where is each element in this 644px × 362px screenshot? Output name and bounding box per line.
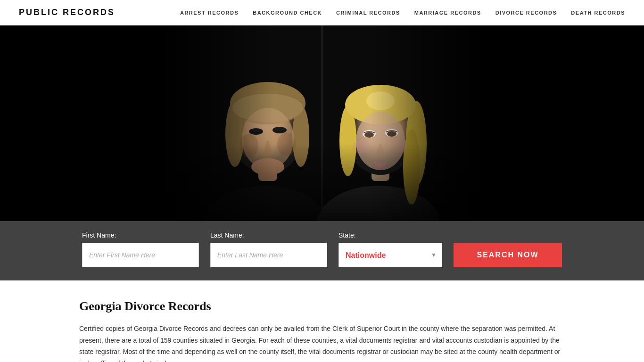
content-body: Certified copies of Georgia Divorce Reco…	[79, 323, 565, 362]
first-name-label: First Name:	[82, 231, 116, 239]
content-title: Georgia Divorce Records	[79, 299, 565, 313]
nav-background[interactable]: BACKGROUND CHECK	[253, 10, 322, 16]
main-nav: ARREST RECORDS BACKGROUND CHECK CRIMINAL…	[180, 10, 625, 16]
nav-criminal[interactable]: CRIMINAL RECORDS	[336, 10, 400, 16]
svg-rect-33	[162, 25, 482, 221]
content-section: Georgia Divorce Records Certified copies…	[51, 280, 593, 362]
nav-death[interactable]: DEATH RECORDS	[571, 10, 625, 16]
search-now-button[interactable]: SEARCH NOW	[454, 243, 562, 267]
last-name-input[interactable]	[210, 243, 327, 267]
first-name-input[interactable]	[82, 243, 199, 267]
nav-arrest[interactable]: ARREST RECORDS	[180, 10, 239, 16]
nav-divorce[interactable]: DIVORCE RECORDS	[495, 10, 557, 16]
state-select-wrapper: Nationwide Alabama Alaska Arizona Arkans…	[339, 243, 442, 267]
hero-section	[0, 25, 644, 221]
last-name-label: Last Name:	[210, 231, 244, 239]
site-logo: PUBLIC RECORDS	[19, 8, 115, 17]
nav-marriage[interactable]: MARRIAGE RECORDS	[414, 10, 481, 16]
state-select[interactable]: Nationwide Alabama Alaska Arizona Arkans…	[339, 243, 442, 267]
hero-image	[162, 25, 482, 221]
hero-overlay-left	[0, 25, 94, 221]
state-label: State:	[339, 231, 356, 239]
last-name-group: Last Name:	[210, 231, 327, 267]
site-header: PUBLIC RECORDS ARREST RECORDS BACKGROUND…	[0, 0, 644, 25]
first-name-group: First Name:	[82, 231, 199, 267]
hero-overlay-right	[550, 25, 644, 221]
search-section: First Name: Last Name: State: Nationwide…	[0, 221, 644, 280]
state-group: State: Nationwide Alabama Alaska Arizona…	[339, 231, 442, 267]
